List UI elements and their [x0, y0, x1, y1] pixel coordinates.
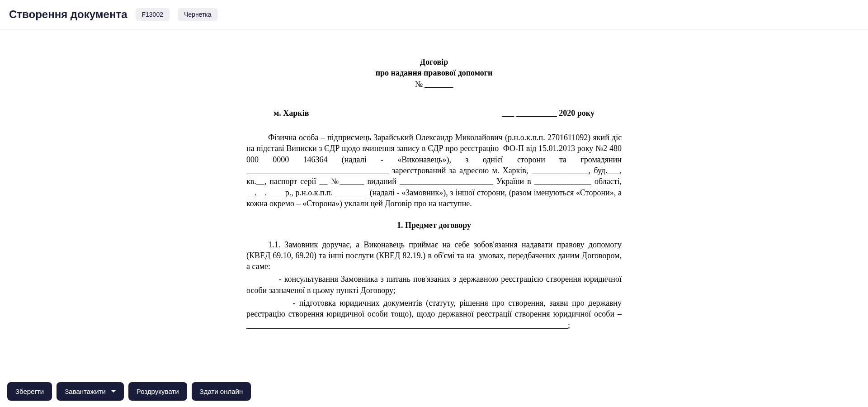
print-button-label: Роздрукувати	[137, 388, 179, 395]
page-title: Створення документа	[9, 8, 127, 21]
submit-button-label: Здати онлайн	[200, 388, 243, 395]
doc-title-line2: про надання правової допомоги	[246, 67, 622, 78]
print-button[interactable]: Роздрукувати	[128, 382, 187, 401]
doc-title-line1: Договір	[246, 57, 622, 67]
download-button[interactable]: Завантажити	[57, 382, 124, 401]
footer-toolbar: Зберегти Завантажити Роздрукувати Здати …	[0, 376, 868, 407]
clause-1-1: 1.1. Замовник доручає, а Виконавець прий…	[246, 239, 622, 272]
doc-title-block: Договір про надання правової допомоги № …	[246, 57, 622, 90]
document-viewport: Договір про надання правової допомоги № …	[0, 29, 868, 382]
submit-button[interactable]: Здати онлайн	[192, 382, 251, 401]
city-year-row: м. Харків ___ __________ 2020 року	[246, 108, 622, 118]
doc-year: ___ __________ 2020 року	[502, 108, 594, 118]
doc-number: № _______	[246, 79, 622, 90]
code-badge: F13002	[136, 8, 170, 21]
bullet-1: - консультування Замовника з питань пов'…	[246, 274, 622, 296]
save-button-label: Зберегти	[15, 388, 44, 395]
save-button[interactable]: Зберегти	[7, 382, 52, 401]
download-button-label: Завантажити	[65, 388, 106, 395]
header-bar: Створення документа F13002 Чернетка	[0, 0, 868, 29]
doc-city: м. Харків	[274, 108, 309, 118]
bullet-2: - підготовка юридичних документів (стату…	[246, 298, 622, 331]
document-body: Договір про надання правової допомоги № …	[246, 57, 622, 382]
chevron-down-icon	[111, 390, 116, 393]
section-1-title: 1. Предмет договору	[246, 220, 622, 231]
intro-paragraph: Фізична особа – підприємець Зарайський О…	[246, 132, 622, 209]
status-badge: Чернетка	[178, 8, 218, 21]
